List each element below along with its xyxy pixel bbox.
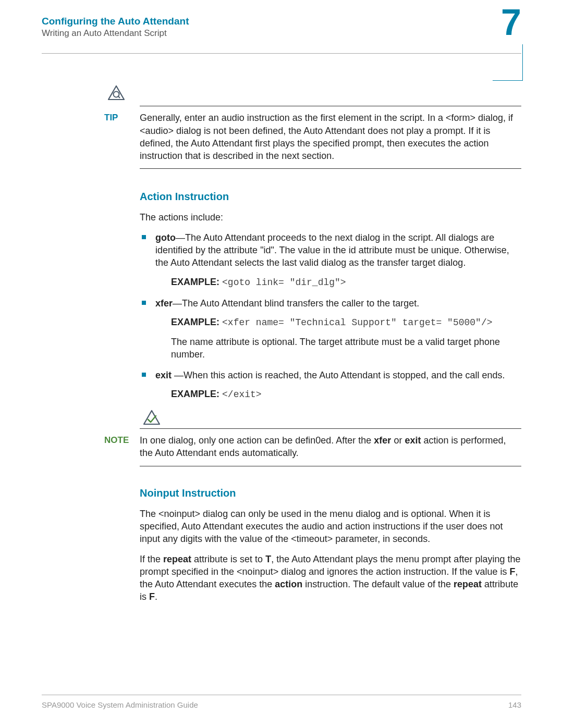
goto-desc: —The Auto Attendant proceeds to the next… — [155, 232, 509, 268]
page-footer: SPA9000 Voice System Administration Guid… — [42, 695, 521, 709]
page-number: 143 — [508, 700, 521, 709]
p2-F2: F — [149, 591, 155, 602]
p2-action: action — [275, 579, 302, 589]
footer-title: SPA9000 Voice System Administration Guid… — [42, 700, 198, 709]
example-label: EXAMPLE: — [171, 277, 219, 287]
note-text: or — [391, 435, 405, 446]
page-header: Configuring the Auto Attendant Writing a… — [42, 16, 521, 54]
note-text: In one dialog, only one action can be de… — [140, 435, 374, 446]
exit-desc: —When this action is reached, the Auto A… — [172, 370, 505, 380]
noinput-p1: The <noinput> dialog can only be used in… — [140, 508, 521, 546]
main-content: TIP Generally, enter an audio instructio… — [104, 85, 521, 603]
note-body: In one dialog, only one action can be de… — [140, 434, 521, 460]
chapter-box-decor — [493, 44, 523, 81]
tip-label: TIP — [104, 112, 140, 124]
goto-term: goto — [155, 232, 176, 243]
action-bullets: goto—The Auto Attendant proceeds to the … — [140, 231, 521, 401]
svg-marker-3 — [144, 411, 160, 424]
header-subtitle: Writing an Auto Attendant Script — [42, 28, 521, 39]
exit-term: exit — [155, 370, 172, 380]
p2-repeat: repeat — [163, 554, 191, 564]
p2-T: T — [265, 554, 271, 564]
tip-body: Generally, enter an audio instruction as… — [140, 112, 521, 162]
p2-text: If the — [140, 554, 163, 564]
svg-line-2 — [118, 96, 120, 98]
header-title: Configuring the Auto Attendant — [42, 16, 521, 27]
list-item: exit —When this action is reached, the A… — [140, 369, 521, 401]
p2-text: instruction. The default value of the — [302, 579, 454, 589]
p2-F: F — [509, 566, 515, 577]
example-code: <xfer name= "Technical Support" target= … — [222, 317, 492, 328]
noinput-p2: If the repeat attribute is set to T, the… — [140, 553, 521, 603]
example-label: EXAMPLE: — [171, 317, 219, 327]
goto-example: EXAMPLE: <goto link= "dir_dlg"> — [155, 276, 521, 289]
example-label: EXAMPLE: — [171, 389, 219, 399]
note-bottom-rule — [140, 466, 521, 466]
xfer-line: xfer—The Auto Attendant blind transfers … — [155, 298, 419, 309]
p2-text: attribute is set to — [191, 554, 265, 564]
p2-repeat2: repeat — [454, 579, 482, 589]
xfer-example: EXAMPLE: <xfer name= "Technical Support"… — [155, 316, 521, 329]
action-intro: The actions include: — [140, 211, 521, 224]
list-item: goto—The Auto Attendant proceeds to the … — [140, 231, 521, 289]
note-icon — [143, 410, 521, 428]
tip-icon — [107, 85, 521, 104]
tip-callout: TIP Generally, enter an audio instructio… — [104, 85, 521, 169]
list-item: xfer—The Auto Attendant blind transfers … — [140, 297, 521, 361]
action-heading: Action Instruction — [140, 190, 521, 204]
footer-rule — [42, 695, 521, 695]
tip-bottom-rule — [140, 168, 521, 169]
header-rule — [42, 53, 521, 54]
note-label: NOTE — [104, 434, 140, 447]
xfer-term: xfer — [155, 298, 173, 309]
example-code: </exit> — [222, 389, 262, 400]
exit-example: EXAMPLE: </exit> — [155, 388, 521, 401]
tip-top-rule — [140, 106, 521, 106]
example-code: <goto link= "dir_dlg"> — [222, 277, 346, 288]
note-xfer: xfer — [374, 435, 391, 446]
note-top-rule — [140, 428, 521, 429]
noinput-heading: Noinput Instruction — [140, 486, 521, 500]
exit-line: exit —When this action is reached, the A… — [155, 370, 505, 380]
note-exit: exit — [405, 435, 421, 446]
goto-line: goto—The Auto Attendant proceeds to the … — [155, 232, 509, 268]
chapter-number: 7 — [501, 4, 521, 41]
xfer-after: The name attribute is optional. The targ… — [155, 336, 521, 361]
p2-text: . — [155, 591, 157, 602]
xfer-desc: —The Auto Attendant blind transfers the … — [173, 298, 419, 309]
